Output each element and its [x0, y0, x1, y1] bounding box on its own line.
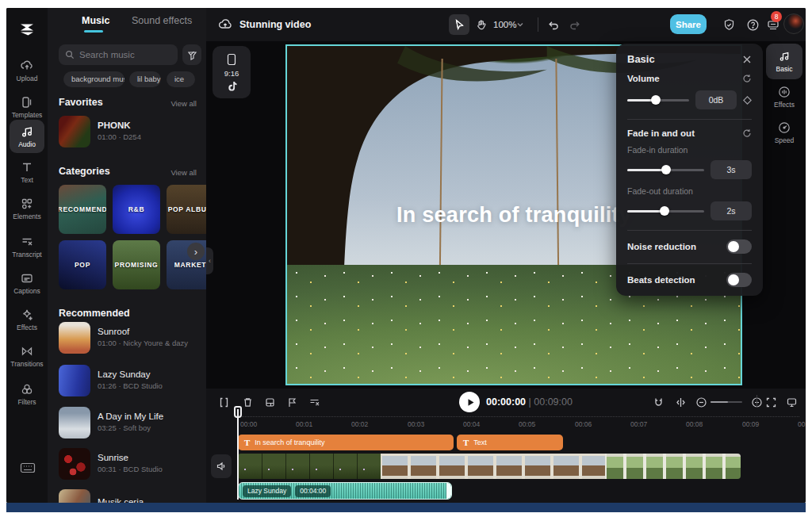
- favorites-view-all[interactable]: View all: [170, 99, 197, 108]
- search-icon: [65, 50, 75, 59]
- tab-speed[interactable]: Speed: [766, 115, 802, 151]
- snap-toggle-button[interactable]: [649, 393, 668, 412]
- search-chip[interactable]: background music: [63, 71, 124, 87]
- preview-axis-button[interactable]: [782, 393, 801, 412]
- share-button[interactable]: Share: [670, 14, 707, 34]
- fade-out-value-input[interactable]: 2s: [710, 201, 752, 220]
- fade-in-slider[interactable]: [627, 165, 704, 174]
- recommended-item[interactable]: A Day in My Life 03:25 · Soft boy: [59, 407, 198, 440]
- split-button[interactable]: [214, 393, 233, 412]
- category-tile[interactable]: RECOMMEND: [59, 185, 106, 234]
- sidebar-item-transcript[interactable]: Transcript: [6, 230, 48, 263]
- favorite-item-phonk[interactable]: PHONK 01:00 · D254: [59, 116, 198, 149]
- keyframe-diamond-icon[interactable]: [743, 96, 752, 105]
- noise-reduction-toggle[interactable]: [726, 239, 752, 254]
- tab-basic[interactable]: Basic: [766, 44, 802, 79]
- song-meta: 01:00 · Nicky Youre & dazy: [98, 339, 188, 347]
- category-tile[interactable]: POP ALBUM: [167, 185, 206, 234]
- sidebar-item-text[interactable]: Text: [6, 155, 48, 189]
- zoom-out-button[interactable]: [691, 393, 710, 412]
- tab-music[interactable]: Music: [82, 15, 109, 26]
- hand-tool-button[interactable]: [471, 14, 492, 35]
- transitions-icon: [20, 344, 34, 358]
- redo-icon: [569, 19, 581, 31]
- search-chip[interactable]: ice: [167, 71, 195, 87]
- marker-button[interactable]: [282, 393, 301, 412]
- sidebar-item-transitions[interactable]: Transitions: [6, 339, 48, 373]
- help-button[interactable]: [744, 16, 761, 33]
- category-tile[interactable]: PROMISING: [113, 240, 160, 289]
- divider: [538, 17, 538, 32]
- time-separator: |: [529, 396, 531, 408]
- ruler-tick: 00:01: [296, 420, 312, 428]
- user-avatar[interactable]: [783, 13, 804, 34]
- close-icon[interactable]: [742, 55, 752, 64]
- transcript-tool-button[interactable]: [304, 393, 324, 412]
- search-chip[interactable]: lil baby: [129, 71, 161, 87]
- volume-value-input[interactable]: 0dB: [695, 90, 737, 109]
- volume-slider[interactable]: [627, 95, 689, 105]
- sidebar-item-captions[interactable]: Captions: [6, 266, 48, 300]
- project-title[interactable]: Stunning video: [239, 19, 311, 30]
- audio-effects-icon: [778, 86, 791, 98]
- panel-collapse-handle[interactable]: ‹: [206, 247, 213, 274]
- sidebar-item-elements[interactable]: Elements: [6, 192, 48, 225]
- text-clip-icon: T: [244, 438, 250, 447]
- filter-button[interactable]: [182, 44, 201, 65]
- timeline-zoom-slider[interactable]: [710, 401, 742, 403]
- preview-area: 9:16 In search of tranquility Basic Vo: [206, 41, 806, 389]
- fade-in-value-input[interactable]: 3s: [710, 160, 752, 179]
- keyboard-shortcut-icon[interactable]: [20, 461, 36, 474]
- zoom-dropdown[interactable]: [514, 14, 527, 35]
- auto-align-button[interactable]: [671, 393, 690, 412]
- audio-clip[interactable]: Lazy Sunday 00:04:00: [238, 482, 452, 500]
- fit-timeline-button[interactable]: [761, 393, 780, 412]
- category-label: POP: [75, 261, 90, 269]
- audio-clip-timestamp: 00:04:00: [295, 485, 331, 497]
- song-meta: 03:25 · Soft boy: [98, 423, 163, 432]
- tab-sound-effects[interactable]: Sound effects: [132, 15, 192, 26]
- recommended-item[interactable]: Sunroof 01:00 · Nicky Youre & dazy: [59, 322, 198, 355]
- recommended-item[interactable]: Lazy Sunday 01:26 · BCD Studio: [59, 365, 198, 398]
- speed-gauge-icon: [778, 121, 791, 134]
- ruler: [238, 416, 799, 417]
- trash-icon: [242, 396, 254, 408]
- categories-next-button[interactable]: ›: [187, 243, 205, 260]
- crop-button[interactable]: [260, 393, 279, 412]
- audio-clip-name: Lazy Sunday: [243, 485, 291, 497]
- track-mute-button[interactable]: [211, 454, 232, 478]
- redo-button[interactable]: [565, 14, 585, 35]
- category-tile[interactable]: POP: [59, 240, 106, 289]
- categories-view-all[interactable]: View all: [170, 168, 197, 177]
- beats-detection-toggle[interactable]: [726, 273, 752, 287]
- music-library-panel: Music Sound effects Search music backgro…: [48, 8, 206, 503]
- play-button[interactable]: [459, 392, 480, 412]
- category-tile[interactable]: R&B: [113, 185, 160, 234]
- capcut-logo-icon[interactable]: [17, 21, 36, 40]
- sidebar-item-label: Filters: [17, 398, 36, 406]
- zoom-level[interactable]: 100%: [493, 20, 516, 29]
- sidebar-item-filters[interactable]: Filters: [6, 377, 48, 411]
- sidebar-item-templates[interactable]: Templates: [6, 90, 48, 124]
- video-clip[interactable]: [238, 454, 741, 479]
- recommended-item[interactable]: Sunrise 00:31 · BCD Studio: [59, 448, 198, 481]
- reset-icon[interactable]: [742, 128, 752, 138]
- text-clip[interactable]: T Text: [457, 435, 563, 450]
- sidebar-item-label: Upload: [17, 75, 38, 82]
- playhead[interactable]: [237, 409, 239, 500]
- cloud-sync-icon[interactable]: [217, 17, 233, 33]
- workspace-safety-button[interactable]: [720, 16, 737, 33]
- recommended-item[interactable]: Musik ceria: [59, 489, 198, 503]
- search-input[interactable]: Search music: [59, 44, 178, 65]
- sidebar-item-upload[interactable]: Upload: [6, 54, 48, 87]
- tiktok-icon: [227, 81, 237, 92]
- reset-icon[interactable]: [742, 74, 752, 83]
- sidebar-item-effects[interactable]: Effects: [6, 303, 48, 336]
- undo-button[interactable]: [542, 14, 563, 35]
- aspect-ratio-control[interactable]: 9:16: [213, 46, 251, 98]
- sidebar-item-audio[interactable]: Audio: [10, 120, 44, 153]
- tab-effects[interactable]: Effects: [766, 79, 802, 115]
- text-clip[interactable]: T In search of tranquility: [238, 435, 454, 450]
- select-tool-button[interactable]: [449, 14, 469, 35]
- fade-out-slider[interactable]: [627, 206, 704, 216]
